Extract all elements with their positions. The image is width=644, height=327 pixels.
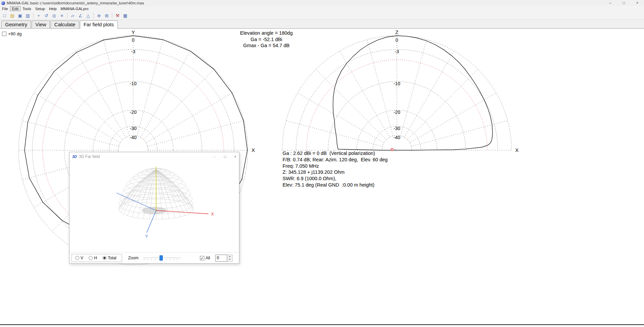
plot-header-line: Gmax - Ga = 54.7 dB [216,42,317,49]
tab-bar: GeometryViewCalculateFar field plots [0,20,644,29]
menu-setup[interactable]: Setup [33,6,47,11]
table-button[interactable]: ▦ [122,12,129,19]
radio-label-total: Total [108,256,116,260]
elevation-pattern-curve [333,36,493,150]
elevation-pattern-ring-label: -10 [393,81,400,86]
x-axis-label: X [211,212,214,217]
plus90-checkbox[interactable] [2,32,6,36]
sheet-button[interactable]: ▱ [69,12,76,19]
toolbar-separator [67,13,67,18]
elevation-pattern-ring-label: -30 [393,126,400,131]
y-axis-label: Y [145,234,148,239]
all-checkbox-row[interactable]: ✓ All [200,256,210,260]
menu-mmana-galpro[interactable]: MMANA-GALpro [59,6,91,11]
tab-calculate[interactable]: Calculate [51,21,79,28]
azimuth-pattern-ring-label: 0 [132,37,135,43]
angle-spinner: ▲ ▼ [215,255,233,262]
save-button[interactable]: ▣ [17,12,24,19]
zoom-slider-thumb[interactable] [159,255,163,261]
elevation-pattern-top-axis-label: Z [395,29,398,35]
result-info-line: SWR: 6.9 (1000.0 Ohm), [283,175,388,182]
plot-header-line: Elevation angle = 180dg [216,30,317,36]
radio-button-h[interactable] [89,256,93,260]
azimuth-pattern-ring-label: -20 [130,109,137,115]
menu-tools[interactable]: Tools [21,6,33,11]
3d-window-title: 3D Far field [79,154,100,159]
tab-geometry[interactable]: Geometry [1,21,31,28]
plot-header-line: Ga = -52.1 dBi [216,36,317,43]
elevation-pattern-ring-label: -3 [395,49,399,54]
3d-maximize-button[interactable]: □ [224,155,226,159]
radio-button-total[interactable] [103,256,107,260]
tab-view[interactable]: View [32,21,50,28]
mmana-window: MMANA-GAL basic c:\users\sidlom\document… [0,0,644,327]
menu-bar: FileEditToolsSetupHelpMMANA-GALpro [0,6,644,11]
plot-area: 0-3-10-20-30-40YX0-3-10-20-30-40ZX +90 d… [0,29,644,324]
maximize-button[interactable]: □ [617,0,631,6]
window-title: MMANA-GAL basic c:\users\sidlom\document… [7,1,144,5]
open-file-button[interactable]: ▤ [9,12,16,19]
triangle-button[interactable]: △ [85,12,92,19]
azimuth-pattern-ring-label: -30 [130,126,137,131]
wire-edit-button[interactable]: ≡ [58,12,65,19]
zoom-tool-button[interactable]: ◎ [51,12,58,19]
menu-file[interactable]: File [0,6,10,11]
move-tool-button[interactable]: + [35,12,42,19]
new-file-button[interactable]: □ [1,12,8,19]
azimuth-pattern-top-axis-label: Y [131,29,135,35]
toolbar: □▤▣▥+↺◎≡▱∠△⊕⊞⚒▦ [0,11,644,20]
radio-h[interactable]: H [89,256,97,260]
radio-total[interactable]: Total [103,256,116,260]
spin-input[interactable] [215,255,227,262]
plus90-label: +90 dg [8,31,22,36]
elevation-pattern-ring-label: 0 [396,37,398,43]
3d-window-titlebar[interactable]: 3D 3D Far field – □ × [69,152,239,161]
result-info-line: Z: 345.128 + j1139.202 Ohm [283,169,388,175]
radio-v[interactable]: V [75,256,83,260]
grid-add-button[interactable]: ⊞ [103,12,110,19]
target-button[interactable]: ⊕ [95,12,103,19]
radio-button-v[interactable] [75,256,79,260]
3d-window-icon: 3D [72,155,77,159]
radio-label-v: V [81,256,83,260]
all-checkbox[interactable]: ✓ [200,256,204,260]
rotate-tool-button[interactable]: ↺ [43,12,50,19]
3d-far-field-scene[interactable]: XY [69,161,239,252]
menu-help[interactable]: Help [47,6,59,11]
3d-window-controls: – □ × [214,152,236,161]
azimuth-pattern-ring-label: -3 [131,49,136,54]
azimuth-pattern-right-axis-label: X [252,147,255,153]
print-button[interactable]: ▥ [24,12,31,19]
toolbar-separator [93,13,94,18]
close-button[interactable]: × [631,0,644,6]
3d-minimize-button[interactable]: – [214,155,216,159]
menu-edit[interactable]: Edit [10,6,21,11]
elevation-pattern-plot[interactable]: 0-3-10-20-30-40ZX [282,29,519,153]
far-field-3d-window: 3D 3D Far field – □ × XY VHTotal Zoom [69,152,239,264]
bottom-strip [0,325,644,327]
result-info: Ga : 2.62 dBi = 0 dB (Vertical polarizat… [283,150,388,188]
center-marker [395,150,397,151]
spin-down-button[interactable]: ▼ [227,258,232,261]
toolbar-separator [33,13,33,18]
spin-up-button[interactable]: ▲ [227,255,232,258]
3d-window-controls-bar: VHTotal Zoom ✓ All ▲ ▼ [69,252,239,263]
angle-button[interactable]: ∠ [77,12,84,19]
plot-header: Elevation angle = 180dgGa = -52.1 dBiGma… [216,30,317,49]
elevation-pattern-ring-label: -20 [393,109,400,115]
minimize-button[interactable]: – [604,0,617,6]
titlebar: MMANA-GAL basic c:\users\sidlom\document… [0,0,644,6]
tab-far-field-plots[interactable]: Far field plots [80,21,118,29]
tools-button[interactable]: ⚒ [114,12,121,19]
result-info-line: Ga : 2.62 dBi = 0 dB (Vertical polarizat… [283,150,388,157]
azimuth-pattern-ring-label: -10 [130,81,137,86]
all-checkbox-label: All [206,256,210,260]
zoom-slider[interactable] [143,255,181,261]
plus90-checkbox-row[interactable]: +90 dg [2,31,22,36]
result-info-line: Freq: 7.050 MHz [283,163,388,169]
window-controls: – □ × [604,0,644,6]
app-icon [1,1,5,5]
polarization-radio-group: VHTotal [71,254,122,262]
result-info-line: Elev: 75.1 deg (Real GND :0.00 m height) [283,182,388,188]
3d-close-button[interactable]: × [234,155,236,159]
